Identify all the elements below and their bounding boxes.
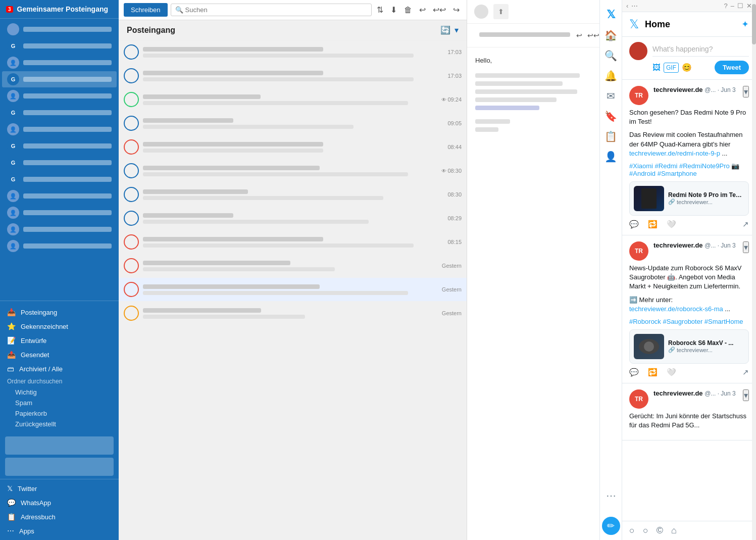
forward-button[interactable]: ↪ <box>451 4 462 16</box>
tweet-link[interactable]: techreviewer.de/roborock-s6-ma <box>629 305 723 313</box>
search-input[interactable] <box>185 6 367 14</box>
email-row[interactable]: 08:44 <box>119 135 467 159</box>
app-addressbook[interactable]: 📋 Adressbuch <box>0 510 119 524</box>
home-btn[interactable]: ⌂ <box>671 525 677 536</box>
messages-nav[interactable]: ✉ <box>603 87 618 105</box>
back-button[interactable]: ‹ <box>626 2 628 10</box>
body-line <box>475 73 580 78</box>
folder-archive[interactable]: 🗃 Archiviert / Alle <box>0 362 119 376</box>
account-item[interactable]: 👤 <box>2 205 117 221</box>
folder-starred[interactable]: ⭐ Gekennzeichnet <box>0 319 119 333</box>
reply-all-btn[interactable]: ↩↩ <box>586 30 599 40</box>
reply-action[interactable]: 💬 <box>629 220 639 229</box>
retweet-action[interactable]: 🔁 <box>648 220 658 229</box>
body-line <box>475 81 563 86</box>
bookmarks-nav[interactable]: 🔖 <box>601 107 620 125</box>
like-action[interactable]: 🤍 <box>667 368 676 377</box>
email-row[interactable]: 17:03 <box>119 64 467 88</box>
avatar <box>124 234 139 250</box>
reply-all-button[interactable]: ↩↩ <box>431 4 448 16</box>
circle-btn-1[interactable]: ○ <box>629 525 635 536</box>
account-item[interactable]: 👤 <box>2 221 117 237</box>
emoji-button[interactable]: 😊 <box>682 63 692 72</box>
tweet-media[interactable]: Roborock S6 MaxV - ... 🔗 techreviewer... <box>629 329 749 364</box>
subfolder-deferred[interactable]: Zurückgestellt <box>0 419 119 429</box>
subfolder-trash[interactable]: Papierkorb <box>0 408 119 419</box>
sparkle-icon[interactable]: ✦ <box>741 19 749 30</box>
tweet-link[interactable]: techreviewer.de/redmi-note-9-p <box>629 150 720 157</box>
search-nav[interactable]: 🔍 <box>601 46 620 65</box>
email-row[interactable]: 17:03 <box>119 40 467 64</box>
compose-nav[interactable]: ✏ <box>602 517 620 535</box>
email-row[interactable]: 09:05 <box>119 112 467 135</box>
subfolder-spam[interactable]: Spam <box>0 398 119 408</box>
twitter-compose: What's happening? 🖼 GIF 😊 Tweet <box>622 37 756 80</box>
account-item[interactable] <box>2 21 117 37</box>
help-button[interactable]: ? <box>724 2 728 10</box>
account-item[interactable]: 👤 <box>2 88 117 104</box>
tweet-more-button[interactable]: ▾ <box>743 86 749 97</box>
account-item[interactable]: G <box>2 155 117 171</box>
folder-search[interactable]: Ordner durchsuchen <box>0 376 119 387</box>
maximize-button[interactable]: ☐ <box>737 2 743 10</box>
account-item[interactable]: G <box>2 38 117 54</box>
home-nav[interactable]: 🏠 <box>601 26 620 44</box>
reply-button[interactable]: ↩ <box>417 4 428 16</box>
email-row[interactable]: Gestern <box>119 278 467 302</box>
expand-button[interactable]: ▾ <box>455 25 459 35</box>
like-action[interactable]: 🤍 <box>667 220 676 229</box>
subfolder-wichtig[interactable]: Wichtig <box>0 387 119 398</box>
gif-button[interactable]: GIF <box>664 63 679 73</box>
account-item[interactable]: G <box>2 105 117 121</box>
tweet-more-button[interactable]: ▾ <box>743 389 749 401</box>
app-twitter[interactable]: 𝕏 Twitter <box>0 481 119 496</box>
profile-nav[interactable]: 👤 <box>601 148 620 166</box>
circle-btn-2[interactable]: ○ <box>643 525 648 536</box>
retweet-action[interactable]: 🔁 <box>648 368 658 377</box>
scrollbar-track[interactable] <box>752 0 756 540</box>
folder-inbox[interactable]: 📥 Posteingang <box>0 305 119 319</box>
share-action[interactable]: ↗ <box>742 368 749 377</box>
tweet-media[interactable]: Redmi Note 9 Pro im Test - ... 🔗 techrev… <box>629 181 749 216</box>
minimize-button[interactable]: – <box>731 2 734 10</box>
reply-btn[interactable]: ↩ <box>575 30 583 40</box>
app-whatsapp[interactable]: 💬 WhatsApp <box>0 496 119 510</box>
account-item[interactable]: 👤 <box>2 121 117 137</box>
account-item[interactable]: G <box>2 138 117 154</box>
email-row[interactable]: 08:15 <box>119 230 467 254</box>
scrollbar-thumb[interactable] <box>752 4 756 44</box>
compose-button[interactable]: Schreiben <box>124 3 168 17</box>
share-action[interactable]: ↗ <box>742 220 749 229</box>
twitter-logo-nav[interactable]: 𝕏 <box>603 5 619 24</box>
account-item[interactable]: 👤 <box>2 188 117 204</box>
compose-placeholder[interactable]: What's happening? <box>652 42 749 57</box>
email-row[interactable]: 08:29 <box>119 207 467 230</box>
email-row[interactable]: 👁08:30 <box>119 159 467 183</box>
folder-drafts[interactable]: 📝 Entwürfe <box>0 333 119 348</box>
download-button[interactable]: ⬇ <box>388 4 399 16</box>
attach-button[interactable]: ⬆ <box>493 4 509 19</box>
email-row[interactable]: Gestern <box>119 302 467 325</box>
more-nav[interactable]: ⋯ <box>603 486 619 505</box>
sort-button[interactable]: ⇅ <box>375 4 385 16</box>
notifications-nav[interactable]: 🔔 <box>601 67 620 85</box>
image-button[interactable]: 🖼 <box>652 63 661 72</box>
reply-action[interactable]: 💬 <box>629 368 639 377</box>
account-item[interactable]: G <box>2 71 117 87</box>
close-button[interactable]: ✕ <box>746 2 752 10</box>
folder-sent[interactable]: 📤 Gesendet <box>0 348 119 362</box>
delete-button[interactable]: 🗑 <box>402 5 414 16</box>
email-row[interactable]: Gestern <box>119 254 467 278</box>
tweet-button[interactable]: Tweet <box>715 61 749 74</box>
app-apps[interactable]: ⋯ Apps <box>0 524 119 538</box>
lists-nav[interactable]: 📋 <box>601 127 620 145</box>
email-row[interactable]: 👁09:24 <box>119 88 467 112</box>
tweet-more-button[interactable]: ▾ <box>743 241 749 253</box>
more-button[interactable]: ⋯ <box>631 2 638 10</box>
email-row[interactable]: 08:30 <box>119 183 467 207</box>
refresh-button[interactable]: 🔄 <box>440 25 450 35</box>
account-item[interactable]: 👤 <box>2 55 117 71</box>
account-item[interactable]: G <box>2 171 117 187</box>
copyright-btn[interactable]: © <box>657 525 663 536</box>
account-item[interactable]: 👤 <box>2 238 117 254</box>
